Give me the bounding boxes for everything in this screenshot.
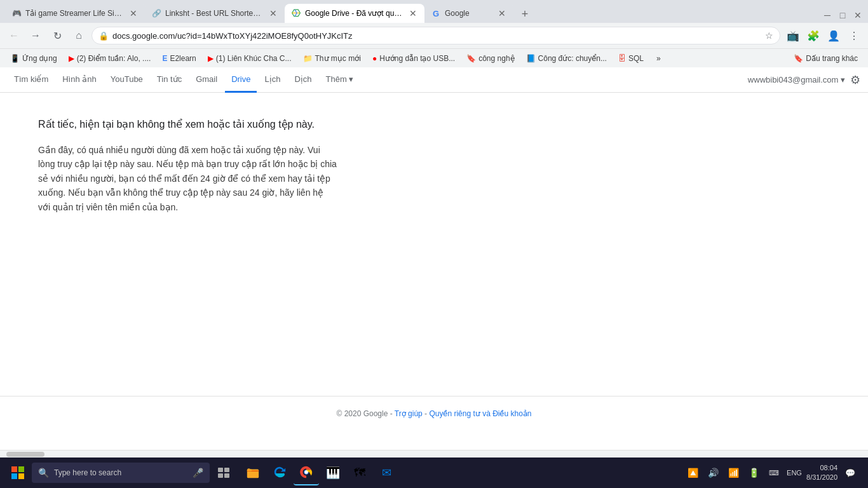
- mail-app-button[interactable]: ✉: [374, 460, 399, 485]
- tab1-close-button[interactable]: ✕: [128, 8, 139, 18]
- scroll-thumb[interactable]: [6, 452, 44, 457]
- close-button[interactable]: ✕: [853, 10, 863, 20]
- search-placeholder: Type here to search: [54, 468, 121, 477]
- nav-them[interactable]: Thêm ▾: [320, 67, 360, 93]
- minimize-button[interactable]: ─: [822, 10, 832, 20]
- google-nav-left: Tìm kiếm Hình ảnh YouTube Tin tức Gmail …: [8, 67, 748, 93]
- profile-icon[interactable]: 👤: [825, 27, 843, 44]
- back-button[interactable]: ←: [5, 27, 23, 44]
- bm-thu-muc-label: Thư mục mới: [315, 54, 361, 63]
- clock-date: 8/31/2020: [806, 473, 837, 482]
- account-email[interactable]: wwwbibi043@gmail.com ▾: [748, 75, 845, 85]
- nav-gmail[interactable]: Gmail: [189, 67, 224, 93]
- svg-rect-3: [18, 473, 24, 479]
- restore-button[interactable]: □: [837, 10, 848, 20]
- svg-rect-6: [218, 473, 223, 478]
- svg-rect-2: [11, 473, 17, 479]
- nav-tim-kiem[interactable]: Tìm kiếm: [8, 67, 55, 93]
- bm-e2learn[interactable]: E E2learn: [157, 51, 201, 66]
- edge-browser-button[interactable]: [267, 460, 292, 485]
- bm-dau-trang-khac[interactable]: 🔖 Dấu trang khác: [789, 51, 863, 66]
- bm-cong-nghe-icon: 🔖: [466, 54, 476, 63]
- nav-youtube[interactable]: YouTube: [104, 67, 149, 93]
- tab-linksht[interactable]: 🔗 Linksht - Best URL Shortener To... ✕: [145, 4, 285, 23]
- bm-folder-icon: 🔖: [794, 54, 803, 63]
- nav-lich[interactable]: Lịch: [258, 67, 287, 93]
- bm-ung-dung[interactable]: 📱 Ứng dụng: [5, 51, 62, 66]
- network-icon[interactable]: 📶: [724, 464, 742, 482]
- address-bar: ← → ↻ ⌂ 🔒 docs.google.com/uc?id=14bWxTto…: [0, 23, 868, 48]
- svg-rect-4: [218, 468, 223, 472]
- nav-tin-tuc[interactable]: Tin tức: [151, 67, 188, 93]
- volume-icon[interactable]: 🔊: [704, 464, 722, 482]
- notification-button[interactable]: 💬: [840, 463, 860, 483]
- google-nav: Tìm kiếm Hình ảnh YouTube Tin tức Gmail …: [0, 67, 868, 93]
- mic-icon[interactable]: 🎤: [193, 468, 203, 478]
- system-tray-expand[interactable]: 🔼: [684, 464, 702, 482]
- start-button[interactable]: [5, 460, 31, 485]
- keyboard-icon[interactable]: ⌨: [765, 464, 783, 482]
- bm-thu-muc-icon: 📁: [303, 54, 313, 63]
- footer-copyright: © 2020 Google -: [336, 409, 392, 418]
- piano-app-button[interactable]: 🎹: [320, 460, 346, 485]
- svg-rect-7: [224, 473, 229, 478]
- new-tab-button[interactable]: +: [516, 5, 534, 23]
- search-icon: 🔍: [38, 468, 49, 478]
- chrome-browser-button[interactable]: [294, 460, 319, 485]
- tab3-favicon: [291, 8, 301, 18]
- tab4-close-button[interactable]: ✕: [497, 8, 507, 18]
- bm-cong-duc-icon: 📘: [526, 54, 536, 63]
- cast-icon[interactable]: 📺: [784, 27, 802, 44]
- lock-icon: 🔒: [98, 31, 109, 41]
- tab2-favicon: 🔗: [151, 8, 161, 18]
- taskbar-search[interactable]: 🔍 Type here to search 🎤: [32, 463, 210, 483]
- tab-google-drive[interactable]: Google Drive - Đã vượt quá dun... ✕: [285, 4, 424, 23]
- maps-app-button[interactable]: 🗺: [347, 460, 372, 485]
- file-explorer-button[interactable]: [240, 460, 266, 485]
- bm-usb-icon: ●: [372, 54, 377, 63]
- bm-cong-duc[interactable]: 📘 Công đức: chuyển...: [521, 51, 612, 66]
- bm-ung-dung-icon: 📱: [10, 54, 20, 63]
- tab1-title: Tải game Streamer Life Simulato...: [25, 9, 125, 18]
- tab-streamer[interactable]: 🎮 Tải game Streamer Life Simulato... ✕: [5, 4, 145, 23]
- more-options-button[interactable]: ⋮: [845, 27, 863, 44]
- battery-icon[interactable]: 🔋: [745, 464, 763, 482]
- horizontal-scrollbar[interactable]: [0, 450, 868, 458]
- system-clock[interactable]: 08:04 8/31/2020: [806, 463, 837, 483]
- extensions-icon[interactable]: 🧩: [804, 27, 822, 44]
- tab3-close-button[interactable]: ✕: [408, 8, 418, 18]
- tab2-close-button[interactable]: ✕: [268, 8, 278, 18]
- refresh-button[interactable]: ↻: [48, 27, 66, 44]
- bm-lien-khuc[interactable]: ▶ (1) Liên Khúc Cha C...: [203, 51, 297, 66]
- task-view-button[interactable]: [211, 460, 236, 485]
- footer-sep1: -: [424, 409, 427, 418]
- url-bar[interactable]: 🔒 docs.google.com/uc?id=14bWxTtoXYj422iM…: [92, 27, 780, 44]
- browser-tabs: 🎮 Tải game Streamer Life Simulato... ✕ 🔗…: [5, 0, 817, 23]
- bm-sql-label: SQL: [628, 54, 644, 63]
- forward-button[interactable]: →: [27, 27, 44, 44]
- bm-usb[interactable]: ● Hướng dẫn tạo USB...: [367, 51, 460, 66]
- bm-right-section: 🔖 Dấu trang khác: [789, 51, 863, 66]
- tab4-title: Google: [445, 9, 493, 18]
- bm-e2learn-icon: E: [162, 54, 167, 63]
- bm-cong-nghe[interactable]: 🔖 công nghệ: [461, 51, 519, 66]
- bm-diem-tuan[interactable]: ▶ (2) Điểm tuần: Alo, ....: [64, 51, 156, 66]
- settings-icon[interactable]: ⚙: [850, 73, 860, 87]
- home-button[interactable]: ⌂: [70, 27, 88, 44]
- tab3-title: Google Drive - Đã vượt quá dun...: [305, 9, 404, 18]
- bm-dau-trang-label: Dấu trang khác: [806, 54, 858, 63]
- bm-sql[interactable]: 🗄 SQL: [613, 51, 649, 66]
- error-body: Gần đây, có quá nhiều người dùng đã xem …: [38, 143, 337, 214]
- footer-help-link[interactable]: Trợ giúp: [395, 409, 423, 418]
- bm-more-button[interactable]: »: [651, 51, 666, 66]
- bm-thu-muc[interactable]: 📁 Thư mục mới: [298, 51, 366, 66]
- nav-hinh-anh[interactable]: Hình ảnh: [56, 67, 103, 93]
- nav-drive[interactable]: Drive: [225, 67, 257, 93]
- bm-diem-tuan-label: (2) Điểm tuần: Alo, ....: [77, 54, 151, 63]
- tab-google[interactable]: G Google ✕: [424, 4, 513, 23]
- footer-privacy-link[interactable]: Quyền riêng tư và Điều khoản: [429, 409, 531, 418]
- tab1-favicon: 🎮: [11, 8, 22, 18]
- nav-dich[interactable]: Dịch: [288, 67, 318, 93]
- bookmark-star-icon[interactable]: ☆: [765, 30, 773, 41]
- language-indicator[interactable]: ENG: [785, 464, 803, 482]
